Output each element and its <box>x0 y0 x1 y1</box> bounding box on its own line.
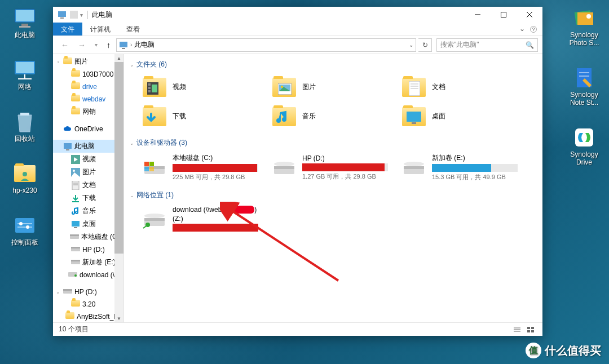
desktop-icon-syn-note[interactable]: Synology Note St... <box>564 66 604 107</box>
desktop-icon-syn-photo[interactable]: Synology Photo S... <box>564 7 604 47</box>
panel-icon <box>14 214 36 237</box>
folder-item-video[interactable]: 视频 <box>141 74 259 101</box>
folder-item-desktop[interactable]: 桌面 <box>400 103 519 130</box>
drive-item-1[interactable]: HP (D:)1.27 GB 可用，共 29.8 GB <box>271 152 389 183</box>
svg-rect-91 <box>531 330 534 332</box>
sidebar-item-0[interactable]: ›图片 <box>53 55 123 68</box>
sidebar-item-label: 网销 <box>82 107 96 117</box>
desktop-icon-syn-drive[interactable]: Synology Drive <box>564 126 604 167</box>
sidebar-item-14[interactable]: HP (D:) <box>53 243 123 256</box>
sidebar-item-label: drive <box>82 83 97 91</box>
forward-button[interactable]: → <box>74 39 89 51</box>
svg-rect-1 <box>16 10 34 21</box>
network-item-0[interactable]: download (\\webdav.xx)(Z:) <box>141 205 259 234</box>
scroll-thumb[interactable] <box>114 62 123 254</box>
sidebar-item-4[interactable]: 网销 <box>53 105 123 118</box>
up-button[interactable]: ↑ <box>103 39 114 51</box>
desktop-icon-recycle[interactable]: 回收站 <box>5 110 45 143</box>
svg-rect-26 <box>501 12 506 17</box>
drive-item-2[interactable]: 新加卷 (E:)15.3 GB 可用，共 49.9 GB <box>400 152 519 183</box>
close-button[interactable] <box>517 7 542 23</box>
scroll-up[interactable]: ▲ <box>114 54 123 62</box>
sidebar-item-8[interactable]: 图片 <box>53 166 123 179</box>
sidebar-item-18[interactable]: 3.20 <box>53 298 123 310</box>
drive-item-0[interactable]: 本地磁盘 (C:)225 MB 可用，共 29.8 GB <box>141 152 259 183</box>
ribbon-tab-view[interactable]: 查看 <box>118 23 148 35</box>
sidebar-item-5[interactable]: OneDrive <box>53 123 123 135</box>
desktop-icon-label: Synology Drive <box>564 150 604 167</box>
desktop-icon-this-pc[interactable]: 此电脑 <box>5 7 45 39</box>
sidebar-item-label: 图片 <box>74 57 88 66</box>
desktop-icon-control-panel[interactable]: 控制面板 <box>5 214 45 246</box>
svg-rect-21 <box>575 128 593 147</box>
sidebar-item-15[interactable]: 新加卷 (E:) <box>53 256 123 269</box>
ribbon-tab-computer[interactable]: 计算机 <box>82 23 118 35</box>
search-input[interactable]: 搜索"此电脑" 🔍 <box>436 38 538 52</box>
desktop-icon-network[interactable]: 网络 <box>5 59 45 91</box>
history-button[interactable]: ▾ <box>91 41 101 49</box>
navbar: ← → ▾ ↑ › 此电脑 ⌄ ↻ 搜索"此电脑" 🔍 <box>53 36 542 54</box>
item-label: 图片 <box>302 82 388 92</box>
section-folders[interactable]: ⌄文件夹 (6) <box>130 57 537 72</box>
status-count: 10 个项目 <box>59 325 89 334</box>
item-label: 桌面 <box>432 112 518 121</box>
folder-icon <box>65 312 74 321</box>
address-dropdown[interactable]: ⌄ <box>409 42 413 48</box>
view-details[interactable] <box>511 325 523 335</box>
app-icon <box>58 10 67 19</box>
qa-icon <box>70 11 78 19</box>
svg-point-17 <box>586 14 591 19</box>
folder-item-music[interactable]: 音乐 <box>271 103 389 130</box>
sidebar-item-label: 桌面 <box>82 219 96 229</box>
folder-icon <box>14 162 36 185</box>
ribbon-expand[interactable]: ⌄ ? <box>514 23 542 35</box>
sidebar-item-9[interactable]: 文档 <box>53 179 123 192</box>
back-button[interactable]: ← <box>58 39 72 51</box>
netdrive-icon <box>68 270 77 279</box>
sidebar-item-12[interactable]: 桌面 <box>53 217 123 230</box>
folder-item-pic[interactable]: 图片 <box>271 74 389 101</box>
section-network[interactable]: ⌄网络位置 (1) <box>130 188 537 202</box>
cloud-icon <box>63 125 72 134</box>
svg-rect-66 <box>412 122 416 124</box>
sidebar-item-17[interactable]: ⌄HP (D:) <box>53 286 123 298</box>
sidebar-item-1[interactable]: 103D7000 <box>53 68 123 81</box>
refresh-button[interactable]: ↻ <box>418 38 432 52</box>
titlebar[interactable]: ▾ | 此电脑 <box>53 7 542 23</box>
sidebar-item-2[interactable]: drive <box>53 81 123 93</box>
sidebar: ›图片103D7000drivewebdav网销OneDrive此电脑视频图片文… <box>53 54 124 322</box>
sidebar-item-7[interactable]: 视频 <box>53 153 123 166</box>
drive-icon <box>142 155 167 180</box>
explorer-window: ▾ | 此电脑 文件 计算机 查看 ⌄ ? ← → ▾ ↑ › 此电脑 ⌄ ↻ … <box>53 7 542 336</box>
address-bar[interactable]: › 此电脑 ⌄ <box>116 38 416 52</box>
sidebar-item-13[interactable]: 本地磁盘 (C:) <box>53 230 123 243</box>
sidebar-item-3[interactable]: webdav <box>53 93 123 105</box>
sidebar-item-6[interactable]: 此电脑 <box>53 140 123 153</box>
breadcrumb[interactable]: 此电脑 <box>134 40 155 50</box>
sidebar-item-19[interactable]: AnyBizSoft_PDF <box>53 310 123 322</box>
svg-rect-57 <box>152 85 157 92</box>
folder-item-doc[interactable]: 文档 <box>400 74 519 101</box>
desktop-icon-label: hp-x230 <box>5 187 45 194</box>
view-icons[interactable] <box>524 325 537 335</box>
search-placeholder: 搜索"此电脑" <box>440 40 479 50</box>
svg-rect-3 <box>19 26 30 28</box>
svg-rect-37 <box>72 181 79 190</box>
desktop-icon-hpx230[interactable]: hp-x230 <box>5 162 45 194</box>
sidebar-item-11[interactable]: 音乐 <box>53 205 123 217</box>
ribbon-tabs: 文件 计算机 查看 ⌄ ? <box>53 23 542 36</box>
ribbon-file[interactable]: 文件 <box>53 23 82 35</box>
minimize-button[interactable] <box>465 7 491 23</box>
sidebar-item-10[interactable]: 下载 <box>53 192 123 205</box>
svg-rect-77 <box>404 166 424 169</box>
sidebar-item-16[interactable]: download (\\w <box>53 269 123 281</box>
svg-rect-5 <box>16 62 34 73</box>
maximize-button[interactable] <box>491 7 517 23</box>
svg-rect-56 <box>148 90 151 92</box>
section-drives[interactable]: ⌄设备和驱动器 (3) <box>130 136 537 150</box>
scroll-down[interactable]: ▼ <box>114 314 123 322</box>
video-icon <box>71 155 80 164</box>
svg-rect-69 <box>144 162 149 166</box>
folder-item-download[interactable]: 下载 <box>141 103 259 130</box>
download-icon <box>142 104 167 129</box>
